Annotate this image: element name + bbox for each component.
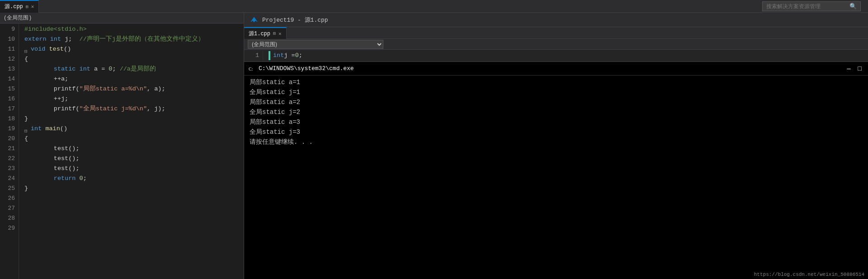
tab-source-cpp[interactable]: 源.cpp ⊞ ✕ xyxy=(0,0,39,13)
tab-close-icon[interactable]: ✕ xyxy=(31,4,34,9)
tab-area: 源.cpp ⊞ ✕ xyxy=(0,0,39,13)
code-int-keyword: int xyxy=(273,51,284,61)
bottom-bar: https://blog.csdn.net/weixin_50886514 xyxy=(750,270,868,279)
search-icon[interactable]: 🔍 xyxy=(849,3,857,10)
source1-code-line-1: int j = 0 ; xyxy=(263,51,302,61)
source1-title: Project19 - 源1.cpp xyxy=(262,16,328,24)
ln-26: 26 xyxy=(0,194,15,203)
source1-tab[interactable]: 源1.cpp ⊞ ✕ xyxy=(244,27,287,39)
code-line-26 xyxy=(24,194,244,203)
ln-25: 25 xyxy=(0,184,15,194)
code-line-22: test(); xyxy=(24,154,244,164)
ln-15: 15 xyxy=(0,84,15,94)
search-area: 🔍 xyxy=(762,1,864,11)
ln-12: 12 xyxy=(0,54,15,64)
search-input[interactable] xyxy=(766,3,848,9)
code-line-16: ++j; xyxy=(24,94,244,104)
left-editor: (全局范围) 9 10 11 12 13 14 15 16 17 18 19 2… xyxy=(0,13,244,279)
cmd-output-line-5: 局部static a=3 xyxy=(250,117,863,127)
source1-code-area: 1 int j = 0 ; xyxy=(244,50,868,61)
cmd-output-line-1: 局部static a=1 xyxy=(250,77,863,87)
code-line-12: { xyxy=(24,54,244,64)
code-line-23: test(); xyxy=(24,164,244,174)
watermark-text: https://blog.csdn.net/weixin_50886514 xyxy=(754,272,864,277)
source1-window: Project19 - 源1.cpp 源1.cpp ⊞ ✕ (全局范围) 1 i… xyxy=(244,13,868,62)
source1-tabs: 源1.cpp ⊞ ✕ xyxy=(244,27,868,39)
scope-label: (全局范围) xyxy=(4,14,32,22)
tab-pin-icon: ⊞ xyxy=(26,4,28,9)
scope-bar: (全局范围) xyxy=(0,13,244,24)
right-panel: Project19 - 源1.cpp 源1.cpp ⊞ ✕ (全局范围) 1 i… xyxy=(244,13,868,279)
collapse-icon-19: ⊟ xyxy=(24,126,30,132)
ln-29: 29 xyxy=(0,223,15,233)
ln-24: 24 xyxy=(0,174,15,184)
source1-titlebar: Project19 - 源1.cpp xyxy=(244,13,868,27)
ln-10: 10 xyxy=(0,34,15,44)
ln-14: 14 xyxy=(0,74,15,84)
cmd-titlebar: C: C:\WINDOWS\system32\cmd.exe — □ xyxy=(244,62,868,76)
source1-tab-label: 源1.cpp xyxy=(249,30,270,38)
ln-9: 9 xyxy=(0,24,15,34)
cmd-window: C: C:\WINDOWS\system32\cmd.exe — □ 局部sta… xyxy=(244,62,868,279)
cmd-output-line-7: 请按任意键继续. . . xyxy=(250,137,863,147)
source1-scope-bar: (全局范围) xyxy=(244,39,868,50)
code-line-10: extern int j; //声明一下j是外部的（在其他文件中定义） xyxy=(24,34,244,44)
code-line-28 xyxy=(24,213,244,223)
code-line-20: { xyxy=(24,134,244,144)
cmd-output: 局部static a=1 全局static j=1 局部static a=2 全… xyxy=(244,76,868,279)
ln-20: 20 xyxy=(0,134,15,144)
ln-11: 11 xyxy=(0,44,15,54)
vs-logo-icon xyxy=(250,15,259,24)
code-line-11: ⊟void test() xyxy=(24,44,244,54)
code-line-14: ++a; xyxy=(24,74,244,84)
svg-text:C:: C: xyxy=(249,66,253,71)
code-semicolon: ; xyxy=(299,51,302,61)
code-line-13: static int a = 0; //a是局部的 xyxy=(24,64,244,74)
code-line-9: #include<stdio.h> xyxy=(24,24,244,34)
cmd-output-line-6: 全局static j=3 xyxy=(250,127,863,137)
code-line-24: return 0; xyxy=(24,174,244,184)
source1-scope-dropdown[interactable]: (全局范围) xyxy=(248,40,383,49)
code-j-assign: j = xyxy=(284,51,295,61)
code-zero: 0 xyxy=(295,51,299,61)
code-line-17: printf("全局static j=%d\n", j); xyxy=(24,104,244,114)
cmd-controls: — □ xyxy=(844,65,864,72)
ln-23: 23 xyxy=(0,164,15,174)
cmd-output-line-4: 全局static j=2 xyxy=(250,107,863,117)
main-layout: (全局范围) 9 10 11 12 13 14 15 16 17 18 19 2… xyxy=(0,13,868,279)
cmd-minimize-button[interactable]: — xyxy=(844,65,853,72)
top-bar: 源.cpp ⊞ ✕ 🔍 xyxy=(0,0,868,13)
code-line-21: test(); xyxy=(24,144,244,154)
ln-27: 27 xyxy=(0,203,15,213)
ln-28: 28 xyxy=(0,213,15,223)
search-box: 🔍 xyxy=(762,1,861,11)
tab-label: 源.cpp xyxy=(5,3,23,10)
code-line-25: } xyxy=(24,184,244,194)
code-line-19: ⊟int main() xyxy=(24,124,244,134)
green-bar-indicator xyxy=(269,51,270,60)
code-line-18: } xyxy=(24,114,244,124)
source1-tab-pin: ⊞ xyxy=(273,31,276,36)
cmd-icon: C: xyxy=(248,65,255,72)
ln-19: 19 xyxy=(0,124,15,134)
cmd-output-line-2: 全局static j=1 xyxy=(250,87,863,97)
code-line-15: printf("局部static a=%d\n", a); xyxy=(24,84,244,94)
code-line-27 xyxy=(24,203,244,213)
code-content[interactable]: #include<stdio.h> extern int j; //声明一下j是… xyxy=(19,24,244,279)
source1-line-num: 1 xyxy=(244,51,263,61)
line-numbers: 9 10 11 12 13 14 15 16 17 18 19 20 21 22… xyxy=(0,24,19,279)
ln-13: 13 xyxy=(0,64,15,74)
code-area: 9 10 11 12 13 14 15 16 17 18 19 20 21 22… xyxy=(0,24,244,279)
code-line-29 xyxy=(24,223,244,233)
ln-16: 16 xyxy=(0,94,15,104)
cmd-title: C:\WINDOWS\system32\cmd.exe xyxy=(259,65,840,72)
cmd-output-line-3: 局部static a=2 xyxy=(250,97,863,107)
cmd-maximize-button[interactable]: □ xyxy=(855,65,864,72)
ln-21: 21 xyxy=(0,144,15,154)
source1-tab-close[interactable]: ✕ xyxy=(278,31,282,37)
ln-17: 17 xyxy=(0,104,15,114)
collapse-icon-11: ⊟ xyxy=(24,47,30,52)
ln-22: 22 xyxy=(0,154,15,164)
ln-18: 18 xyxy=(0,114,15,124)
